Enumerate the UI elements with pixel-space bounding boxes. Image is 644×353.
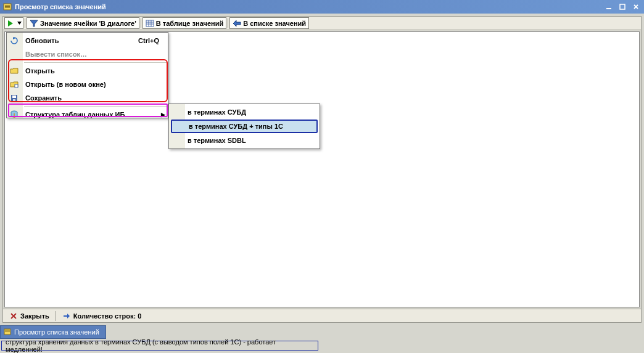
menu-db-structure-label: Структура таблиц данных ИБ: [25, 111, 159, 118]
close-button[interactable]: [630, 2, 642, 12]
menu-separator: [24, 106, 167, 107]
submenu-item-subd[interactable]: в терминах СУБД: [169, 105, 320, 119]
menu-item-open[interactable]: Открыть: [7, 64, 168, 78]
menu-item-save[interactable]: Сохранить: [7, 91, 168, 105]
app-icon: [2, 2, 12, 12]
svg-rect-26: [13, 99, 15, 101]
window-controls: [603, 2, 642, 12]
toolbar-separator: [25, 18, 25, 28]
menu-refresh-label: Обновить: [25, 37, 126, 44]
menu-refresh-shortcut: Ctrl+Q: [138, 37, 159, 44]
maximize-button[interactable]: [617, 2, 628, 12]
submenu-item-subd-1c[interactable]: в терминах СУБД + типы 1С: [171, 120, 318, 133]
in-list-label: В списке значений: [243, 20, 306, 27]
titlebar: Просмотр списка значений: [0, 0, 644, 14]
svg-rect-25: [12, 95, 16, 98]
filter-icon: [30, 19, 38, 28]
minimize-button[interactable]: [603, 2, 614, 12]
menu-item-refresh[interactable]: Обновить Ctrl+Q: [7, 34, 168, 47]
svg-marker-21: [10, 68, 18, 73]
folder-new-window-icon: [9, 79, 19, 89]
main-menu: Обновить Ctrl+Q Вывести список… Открыть …: [6, 32, 168, 118]
svg-marker-9: [17, 22, 22, 25]
submenu-subd-label: в терминах СУБД: [188, 108, 311, 116]
cell-value-button[interactable]: Значение ячейки 'В диалоге': [27, 17, 139, 29]
refresh-icon: [9, 36, 19, 46]
svg-rect-2: [5, 6, 10, 7]
svg-rect-11: [146, 20, 154, 26]
svg-marker-16: [233, 20, 241, 26]
status-text: структура хранения данных в терминах СУБ…: [6, 338, 314, 353]
svg-rect-23: [15, 84, 18, 87]
menu-separator: [24, 62, 167, 63]
svg-marker-19: [64, 314, 70, 319]
chevron-down-icon: [17, 22, 22, 25]
in-table-button[interactable]: В таблице значений: [142, 17, 226, 29]
in-table-label: В таблице значений: [156, 20, 223, 27]
menu-item-db-structure[interactable]: Структура таблиц данных ИБ ▶: [7, 108, 168, 121]
svg-rect-1: [5, 5, 10, 6]
svg-rect-3: [5, 7, 10, 8]
arrow-right-icon: [62, 312, 71, 320]
toolbar-separator: [228, 18, 228, 28]
menu-export-label: Вывести список…: [25, 51, 159, 58]
menu-open-label: Открыть: [25, 67, 159, 75]
toolbar-separator: [141, 18, 141, 28]
menu-save-label: Сохранить: [25, 94, 159, 102]
menu-item-open-new-window[interactable]: Открыть (в новом окне): [7, 78, 168, 91]
submenu-item-sdbl[interactable]: в терминах SDBL: [169, 134, 320, 147]
row-count-label: Количество строк: 0: [73, 312, 141, 320]
submenu-arrow-icon: ▶: [161, 112, 165, 118]
menu-item-export-list: Вывести список…: [7, 47, 168, 61]
svg-rect-5: [620, 4, 625, 9]
submenu-subd-1c-label: в терминах СУБД + типы 1С: [189, 123, 308, 130]
save-icon: [9, 93, 19, 103]
svg-rect-4: [606, 8, 611, 9]
svg-marker-10: [30, 20, 38, 26]
bottom-separator: [56, 311, 56, 321]
play-icon: [6, 19, 15, 28]
db-structure-submenu: в терминах СУБД в терминах СУБД + типы 1…: [168, 103, 320, 149]
row-count-indicator[interactable]: Количество строк: 0: [59, 310, 145, 322]
cell-value-label: Значение ячейки 'В диалоге': [40, 20, 136, 27]
close-inner-button[interactable]: Закрыть: [6, 310, 53, 322]
folder-open-icon: [9, 66, 19, 76]
in-list-button[interactable]: В списке значений: [229, 17, 309, 29]
svg-marker-8: [8, 20, 13, 26]
bottom-toolbar: Закрыть Количество строк: 0: [3, 309, 641, 322]
table-icon: [146, 19, 154, 28]
close-icon: [9, 312, 18, 320]
status-bar: структура хранения данных в терминах СУБ…: [1, 341, 318, 351]
toolbar: Значение ячейки 'В диалоге' В таблице зн…: [3, 17, 641, 30]
task-tab-area: Просмотр списка значений: [0, 325, 106, 338]
back-arrow-icon: [233, 19, 241, 28]
task-tab-label: Просмотр списка значений: [14, 328, 99, 336]
task-tab[interactable]: Просмотр списка значений: [0, 325, 106, 339]
window-title: Просмотр списка значений: [15, 3, 603, 10]
close-inner-label: Закрыть: [20, 312, 49, 320]
menu-open-new-label: Открыть (в новом окне): [25, 81, 159, 88]
db-structure-icon: [9, 110, 19, 120]
run-dropdown-button[interactable]: [4, 17, 23, 29]
task-tab-icon: [3, 327, 12, 337]
submenu-sdbl-label: в терминах SDBL: [188, 137, 311, 144]
